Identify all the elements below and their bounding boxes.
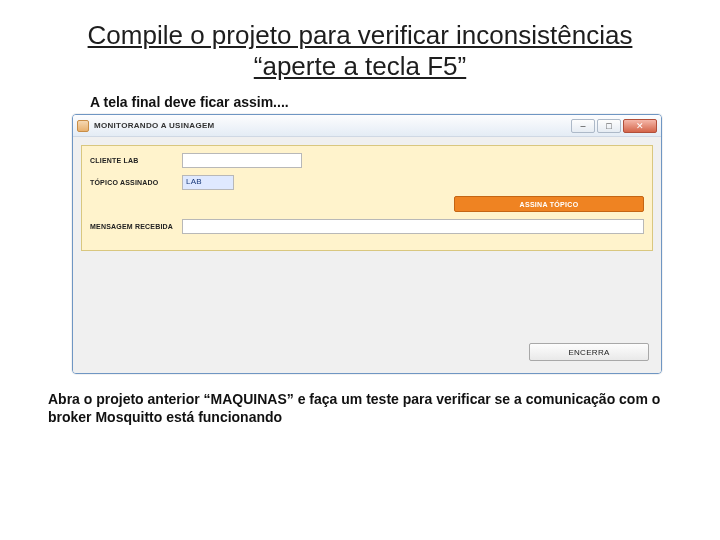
topic-row: TÓPICO ASSINADO LAB (90, 174, 644, 190)
minimize-button[interactable]: – (571, 119, 595, 133)
slide-title: Compile o projeto para verificar inconsi… (48, 20, 672, 82)
client-field[interactable] (182, 153, 302, 168)
encerra-button[interactable]: ENCERRA (529, 343, 649, 361)
message-row: MENSAGEM RECEBIDA (90, 218, 644, 234)
title-line-2: “aperte a tecla F5” (48, 51, 672, 82)
close-window-button[interactable]: ✕ (623, 119, 657, 133)
app-icon (77, 120, 89, 132)
window-titlebar: MONITORANDO A USINAGEM – □ ✕ (73, 115, 661, 137)
window-controls: – □ ✕ (571, 119, 657, 133)
subscribe-row: ASSINA TÓPICO (90, 196, 644, 212)
app-window: MONITORANDO A USINAGEM – □ ✕ CLIENTE LAB… (72, 114, 662, 374)
footer-instruction: Abra o projeto anterior “MAQUINAS” e faç… (48, 390, 672, 426)
topic-field[interactable]: LAB (182, 175, 234, 190)
window-client-area: CLIENTE LAB TÓPICO ASSINADO LAB ASSINA T… (73, 137, 661, 373)
bottom-button-row: ENCERRA (81, 339, 653, 365)
form-panel: CLIENTE LAB TÓPICO ASSINADO LAB ASSINA T… (81, 145, 653, 251)
topic-label: TÓPICO ASSINADO (90, 179, 176, 186)
message-field[interactable] (182, 219, 644, 234)
client-row: CLIENTE LAB (90, 152, 644, 168)
title-line-1: Compile o projeto para verificar inconsi… (48, 20, 672, 51)
client-label: CLIENTE LAB (90, 157, 176, 164)
message-label: MENSAGEM RECEBIDA (90, 223, 176, 230)
maximize-button[interactable]: □ (597, 119, 621, 133)
subtitle-text: A tela final deve ficar assim.... (90, 94, 672, 110)
subscribe-button[interactable]: ASSINA TÓPICO (454, 196, 644, 212)
window-title: MONITORANDO A USINAGEM (94, 121, 215, 130)
